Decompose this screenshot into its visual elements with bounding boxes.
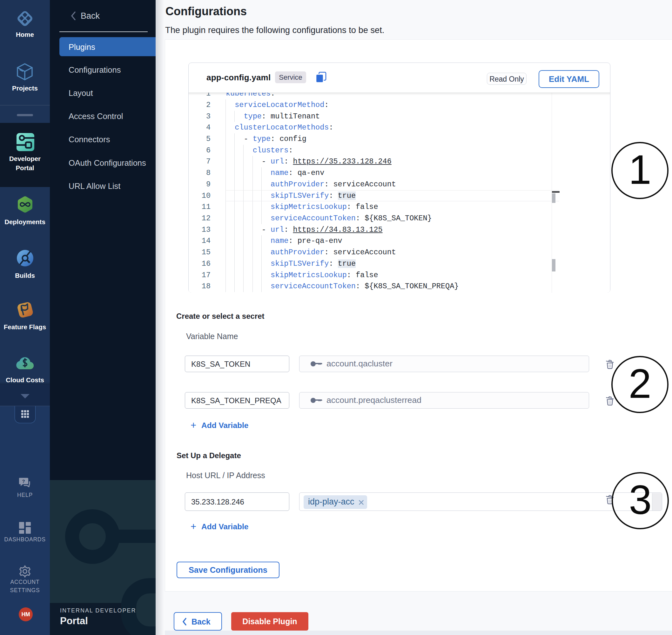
svg-text:?: ? (22, 479, 25, 484)
